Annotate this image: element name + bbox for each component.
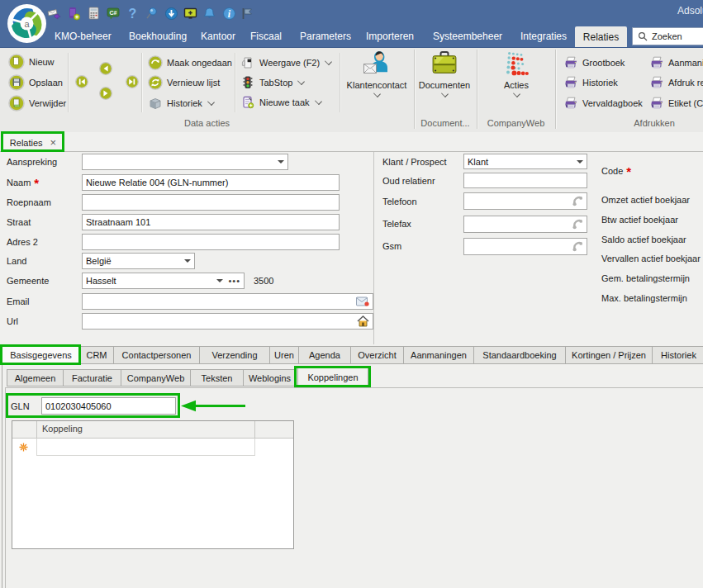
tab-contactpersonen[interactable]: Contactpersonen (113, 346, 199, 364)
printer-icon (650, 76, 664, 89)
url-input[interactable] (82, 313, 373, 330)
historiek-button[interactable]: Historiek (148, 95, 214, 111)
oud-relatienr-input[interactable] (463, 173, 587, 188)
label-max-betalingstermijn: Max. betalingstermijn (601, 293, 687, 303)
subtab-koppelingen[interactable]: Koppelingen (297, 368, 368, 386)
historiek-print-button[interactable]: Historiek (564, 74, 618, 91)
verwijder-button[interactable]: Verwijder (8, 95, 66, 111)
subtab-companyweb[interactable]: CompanyWeb (121, 369, 190, 386)
pointer-icon[interactable] (240, 7, 254, 21)
etiket-button[interactable]: Etiket (Ct (650, 95, 703, 111)
maak-ongedaan-button[interactable]: Maak ongedaan (148, 55, 232, 71)
weergave-button[interactable]: Weergave (F2) (240, 55, 331, 71)
search-box[interactable]: Zoeken (632, 27, 703, 45)
grid-new-row[interactable] (12, 439, 293, 456)
telefoon-input[interactable] (463, 192, 587, 210)
email-input[interactable] (82, 293, 373, 310)
subtab-algemeen[interactable]: Algemeen (7, 369, 63, 386)
opslaan-button[interactable]: Opslaan (8, 74, 63, 91)
grid-header: Koppeling (12, 421, 293, 439)
straat-input[interactable]: Straatnaam 101 (82, 214, 340, 230)
documenten-button[interactable]: Documenten (411, 50, 478, 114)
home-icon[interactable] (357, 315, 369, 327)
tab-standaardboeking[interactable]: Standaardboeking (473, 346, 565, 364)
tab-overzicht[interactable]: Overzicht (350, 346, 403, 364)
menu-parameters[interactable]: Parameters (300, 31, 351, 42)
menu-kantoor[interactable]: Kantoor (201, 31, 235, 42)
combo-arrow-icon[interactable] (278, 160, 284, 164)
gemeente-combobox[interactable]: Hasselt ••• (82, 273, 245, 289)
tab-aanmaningen[interactable]: Aanmaningen (403, 346, 473, 364)
download-icon[interactable] (164, 7, 178, 21)
text-label: Acties (504, 80, 529, 90)
gsm-input[interactable] (463, 238, 587, 255)
combo-arrow-icon[interactable] (577, 160, 583, 164)
subtab-facturatie[interactable]: Facturatie (63, 369, 121, 386)
text-label: Nieuwe taak (259, 97, 310, 107)
nieuwe-taak-button[interactable]: Nieuwe taak (240, 94, 321, 111)
panel-border (5, 387, 703, 388)
klantencontact-button[interactable]: Klantencontact (343, 50, 411, 114)
csharp-chat-icon[interactable]: C# (107, 7, 121, 21)
adres2-input[interactable] (82, 234, 340, 250)
koppelingen-grid[interactable]: Koppeling (12, 420, 294, 549)
subtab-weblogins[interactable]: Weblogins (243, 369, 296, 386)
telefax-input[interactable] (463, 216, 587, 233)
mobile-add-icon[interactable] (67, 7, 81, 21)
close-tab-icon[interactable]: × (50, 139, 57, 147)
naam-input[interactable]: Nieuwe Relatie 004 (GLN-nummer) (82, 174, 340, 191)
menu-kmo-beheer[interactable]: KMO-beheer (55, 31, 112, 42)
next-record-icon[interactable] (99, 87, 112, 100)
aanspreking-combobox[interactable] (82, 154, 288, 170)
klant-prospect-combobox[interactable]: Klant (463, 154, 587, 169)
tab-basisgegevens[interactable]: Basisgegevens (2, 345, 79, 365)
vernieuw-lijst-button[interactable]: Vernieuw lijst (148, 74, 220, 91)
menu-integraties[interactable]: Integraties (520, 31, 567, 42)
combo-arrow-icon[interactable] (184, 259, 191, 263)
roepnaam-input[interactable] (82, 194, 340, 211)
ribbon-tab-relaties[interactable]: Relaties (575, 26, 627, 47)
dropdown-chevron-icon (513, 90, 520, 97)
bell-icon[interactable] (202, 7, 216, 21)
afdruk-relatie-button[interactable]: Afdruk rel (650, 74, 703, 91)
subtab-teksten[interactable]: Teksten (190, 369, 243, 386)
tab-historiek[interactable]: Historiek (652, 346, 703, 364)
pin-icon[interactable] (145, 7, 159, 21)
tab-kortingen-prijzen[interactable]: Kortingen / Prijzen (565, 346, 652, 364)
ribbon-separator (141, 53, 142, 112)
vervaldagboek-button[interactable]: Vervaldagboek (564, 95, 643, 111)
tab-agenda[interactable]: Agenda (298, 346, 350, 364)
grid-column-koppeling[interactable]: Koppeling (42, 424, 83, 434)
gln-input[interactable]: 0102030405060 (41, 397, 176, 415)
menu-systeembeheer[interactable]: Systeembeheer (433, 31, 502, 42)
menu-boekhouding[interactable]: Boekhouding (129, 31, 187, 42)
aanmaningen-button[interactable]: Aanmanin (650, 55, 703, 71)
monitor-add-icon[interactable] (183, 7, 197, 21)
previous-record-icon[interactable] (99, 62, 112, 75)
document-tab-relaties[interactable]: Relaties × (2, 133, 64, 152)
menu-importeren[interactable]: Importeren (366, 31, 414, 42)
info-icon[interactable]: i (222, 7, 236, 21)
email-icon[interactable] (356, 296, 369, 307)
nieuw-button[interactable]: Nieuw (8, 54, 55, 70)
first-record-icon[interactable] (75, 75, 88, 88)
help-icon[interactable]: ? (126, 7, 140, 21)
tab-verzending[interactable]: Verzending (199, 346, 269, 364)
tab-uren[interactable]: Uren (269, 346, 298, 364)
text-label: Weergave (F2) (259, 58, 320, 68)
text-label: Historiek (167, 98, 202, 108)
grootboek-button[interactable]: Grootboek (564, 55, 625, 71)
dropdown-chevron-icon (315, 97, 322, 105)
last-record-icon[interactable] (126, 75, 139, 88)
send-mail-icon[interactable] (47, 7, 61, 21)
menu-fiscaal[interactable]: Fiscaal (250, 31, 282, 42)
tabstop-button[interactable]: TabStop (240, 74, 304, 91)
svg-text:?: ? (129, 7, 137, 21)
land-combobox[interactable]: België (82, 253, 195, 269)
tab-crm[interactable]: CRM (79, 346, 113, 364)
text-label: Opslaan (29, 78, 63, 88)
combo-arrow-icon[interactable] (216, 279, 223, 282)
gemeente-browse-button[interactable]: ••• (228, 278, 240, 283)
calculator-icon[interactable] (87, 7, 101, 21)
acties-button[interactable]: Acties (482, 50, 550, 114)
